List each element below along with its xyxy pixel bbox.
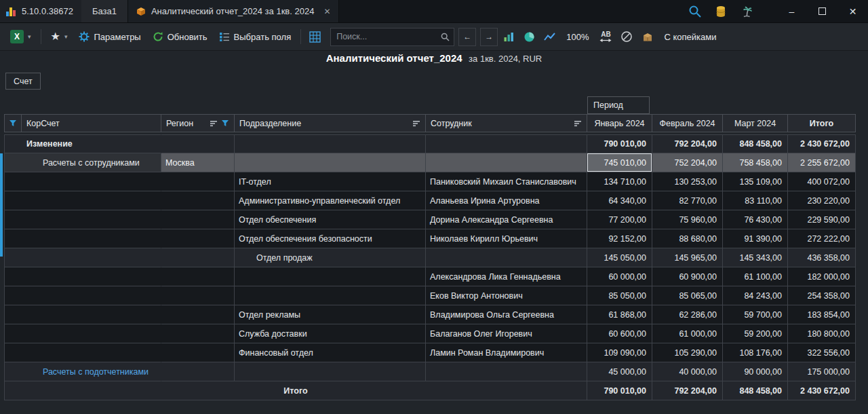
cell-value[interactable]: 90 000,00 — [723, 362, 788, 381]
cell-employee[interactable]: Балаганов Олег Игоревич — [426, 324, 587, 343]
table-row[interactable]: Расчеты с сотрудникамиМосква745 010,0075… — [4, 153, 857, 172]
cell-value[interactable]: 105 290,00 — [652, 343, 723, 362]
cell-department[interactable]: Отдел рекламы — [235, 305, 426, 324]
cell-value[interactable]: 62 286,00 — [652, 305, 723, 324]
zoom-level[interactable]: 100% — [561, 29, 594, 45]
cell-value[interactable]: 400 072,00 — [788, 172, 856, 191]
header-month-february[interactable]: Февраль 2024 — [652, 114, 723, 132]
cell-value[interactable]: 61 868,00 — [587, 305, 652, 324]
cell-value[interactable]: 75 960,00 — [652, 210, 723, 229]
header-employee[interactable]: Сотрудник — [426, 114, 587, 132]
cell-department[interactable]: Отдел продаж — [235, 248, 426, 267]
header-total[interactable]: Итого — [788, 114, 856, 132]
cell-value[interactable]: 792 204,00 — [652, 381, 723, 400]
header-month-march[interactable]: Март 2024 — [723, 114, 788, 132]
cell-value[interactable]: 85 065,00 — [652, 286, 723, 305]
table-row[interactable]: Изменение790 010,00792 204,00848 458,002… — [4, 134, 857, 153]
cell-value[interactable]: 254 358,00 — [788, 286, 856, 305]
cell-employee[interactable]: Еков Виктор Антонович — [426, 286, 587, 305]
cell-value[interactable]: 85 050,00 — [587, 286, 652, 305]
cell-department[interactable]: Отдел обеспечения — [235, 210, 426, 229]
kopecks-toggle[interactable]: С копейками — [659, 29, 721, 45]
cell-value[interactable]: 59 200,00 — [723, 324, 788, 343]
database-icon[interactable] — [715, 5, 726, 18]
table-row[interactable]: IT-отделПаниковский Михаил Станиславович… — [4, 172, 857, 191]
cell-value[interactable]: 790 010,00 — [587, 381, 652, 400]
search-input[interactable] — [331, 29, 437, 45]
table-row[interactable]: Отдел рекламыВладимирова Ольга Сергеевна… — [4, 305, 857, 324]
cell-value[interactable]: 130 253,00 — [652, 172, 723, 191]
cell-employee[interactable]: Александрова Лика Геннадьевна — [426, 267, 587, 286]
cell-value[interactable]: 60 900,00 — [652, 267, 723, 286]
cell-department[interactable]: Служба доставки — [235, 324, 426, 343]
table-row[interactable]: Отдел обеспеченияДорина Александра Серге… — [4, 210, 857, 229]
cell-department[interactable]: Финансовый отдел — [235, 343, 426, 362]
cell-value[interactable]: 134 710,00 — [587, 172, 652, 191]
table-row[interactable]: Отдел продаж145 050,00145 965,00145 343,… — [4, 248, 857, 267]
cell-value[interactable]: 92 152,00 — [587, 229, 652, 248]
app-logo-icon[interactable] — [5, 6, 16, 17]
cell-korschet[interactable]: Изменение — [4, 134, 161, 153]
cell-value[interactable]: 180 800,00 — [788, 324, 856, 343]
table-row[interactable]: Отдел обеспечения безопасностиНиколаев К… — [4, 229, 857, 248]
cell-value[interactable]: 60 600,00 — [587, 324, 652, 343]
cell-value[interactable]: 2 430 672,00 — [788, 134, 856, 153]
cell-value[interactable]: 436 358,00 — [788, 248, 856, 267]
close-button[interactable]: ✕ — [837, 0, 868, 22]
cell-value[interactable]: 2 430 672,00 — [788, 381, 856, 400]
header-month-january[interactable]: Январь 2024 — [587, 114, 652, 132]
cell-value[interactable]: 82 770,00 — [652, 191, 723, 210]
cell-value[interactable]: 175 000,00 — [788, 362, 856, 381]
pie-chart-button[interactable] — [520, 29, 538, 45]
cell-value[interactable]: 145 050,00 — [587, 248, 652, 267]
table-row[interactable]: Александрова Лика Геннадьевна60 000,0060… — [4, 267, 857, 286]
excel-export-button[interactable]: X ▾ — [5, 27, 36, 46]
cell-value[interactable]: 182 000,00 — [788, 267, 856, 286]
cell-employee[interactable]: Паниковский Михаил Станиславович — [426, 172, 587, 191]
parameters-button[interactable]: Параметры — [74, 29, 145, 45]
cell-value[interactable]: 848 458,00 — [723, 381, 788, 400]
bar-chart-button[interactable] — [500, 29, 518, 45]
header-korschet[interactable]: КорСчет — [22, 114, 161, 132]
cell-department[interactable]: Отдел обеспечения безопасности — [235, 229, 426, 248]
cell-value[interactable]: 40 000,00 — [652, 362, 723, 381]
cell-value[interactable]: 109 090,00 — [587, 343, 652, 362]
cell-value[interactable]: 88 680,00 — [652, 229, 723, 248]
cell-employee[interactable]: Владимирова Ольга Сергеевна — [426, 305, 587, 324]
cell-value[interactable]: 183 854,00 — [788, 305, 856, 324]
favorites-button[interactable]: ★ ▾ — [46, 29, 73, 45]
package-button[interactable] — [638, 29, 657, 45]
cell-value[interactable]: 145 965,00 — [652, 248, 723, 267]
cell-value[interactable]: 230 220,00 — [788, 191, 856, 210]
table-row[interactable]: Служба доставкиБалаганов Олег Игоревич60… — [4, 324, 857, 343]
account-field-chip[interactable]: Счет — [5, 73, 41, 90]
header-region[interactable]: Регион — [161, 114, 235, 132]
cell-value[interactable]: 135 109,00 — [723, 172, 788, 191]
cell-value[interactable]: 752 204,00 — [652, 153, 723, 172]
table-row[interactable]: Расчеты с подотчетниками45 000,0040 000,… — [4, 362, 857, 381]
maximize-button[interactable] — [807, 0, 837, 22]
table-row[interactable]: Еков Виктор Антонович85 050,0085 065,008… — [4, 286, 857, 305]
tab-report[interactable]: Аналитический отчет_2024 за 1кв. 2024 ✕ — [128, 0, 340, 22]
find-next-button[interactable]: → — [480, 28, 498, 46]
refresh-button[interactable]: Обновить — [148, 29, 212, 45]
hide-zero-button[interactable] — [617, 28, 636, 45]
cell-employee[interactable]: Аланьева Ирина Артуровна — [426, 191, 587, 210]
cell-value[interactable]: 2 255 672,00 — [788, 153, 856, 172]
cell-value[interactable]: 108 176,00 — [723, 343, 788, 362]
tab-base[interactable]: База1 — [81, 0, 128, 22]
period-field-chip[interactable]: Период — [587, 96, 650, 114]
table-filter-button[interactable] — [4, 114, 22, 132]
cell-value[interactable]: 229 590,00 — [788, 210, 856, 229]
global-search-icon[interactable] — [688, 5, 702, 18]
cell-value[interactable]: 59 700,00 — [723, 305, 788, 324]
cell-korschet[interactable]: Расчеты с сотрудниками — [4, 153, 161, 172]
cell-region[interactable]: Москва — [161, 153, 235, 172]
table-row[interactable]: Финансовый отделЛамин Роман Владимирович… — [4, 343, 857, 362]
select-fields-button[interactable]: Выбрать поля — [214, 29, 296, 45]
cell-value[interactable]: 792 204,00 — [652, 134, 723, 153]
cell-employee[interactable]: Дорина Александра Сергеевна — [426, 210, 587, 229]
search-icon[interactable] — [437, 33, 454, 41]
cell-employee[interactable]: Николаев Кирилл Юрьевич — [426, 229, 587, 248]
tab-close-icon[interactable]: ✕ — [323, 7, 330, 16]
